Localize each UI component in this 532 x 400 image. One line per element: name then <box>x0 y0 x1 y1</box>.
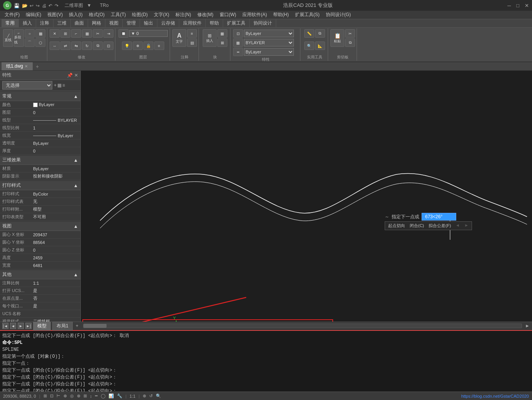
tab-insert[interactable]: 插入 <box>19 19 36 27</box>
tab-help2[interactable]: 帮助 <box>206 19 223 27</box>
add-layout-btn[interactable]: + <box>76 323 78 329</box>
nav-next-btn[interactable]: ► <box>18 323 24 329</box>
utility-more2[interactable]: 📐 <box>315 41 325 50</box>
props-match-btn[interactable]: ⊡ <box>233 29 243 38</box>
snap-option-next[interactable]: ► <box>464 223 469 229</box>
new-tab-btn[interactable]: + <box>33 63 42 70</box>
menu-insert[interactable]: 插入(I) <box>66 11 85 19</box>
tab-apps2[interactable]: 应用软件 <box>179 19 206 27</box>
polyline-btn[interactable]: ⌐ 多段线 <box>14 29 24 47</box>
text-btn[interactable]: A 文字 <box>172 29 186 47</box>
cut-btn[interactable]: ✂ <box>345 29 355 38</box>
color-dropdown[interactable]: ByLayer <box>244 30 294 37</box>
scale-icon[interactable]: ⊕ <box>143 393 146 398</box>
fillet-btn[interactable]: ⌐ <box>71 29 81 38</box>
drawing-tab-main[interactable]: 纸1.dwg ✕ <box>2 62 33 70</box>
tab-close-btn[interactable]: ✕ <box>25 64 28 68</box>
tab-annotation[interactable]: 注释 <box>36 19 53 27</box>
zoom-icon[interactable]: 🔍 <box>156 393 161 398</box>
layer-match-btn[interactable]: ≡ <box>154 41 164 50</box>
menu-help[interactable]: 帮助(H) <box>270 11 292 19</box>
create-block-btn[interactable]: ▦ <box>217 29 227 38</box>
scroll-right-btn[interactable]: ► <box>525 323 530 329</box>
nav-first-btn[interactable]: |◄ <box>2 323 8 329</box>
cursor-input-box[interactable]: 673<26° <box>422 213 456 221</box>
tab-manage[interactable]: 管理 <box>123 19 140 27</box>
section-other[interactable]: 其他 ▲ <box>0 270 80 279</box>
tab-surface[interactable]: 曲面 <box>71 19 88 27</box>
minimize-btn[interactable]: ─ <box>507 3 511 8</box>
line-btn[interactable]: ╱ 直线 <box>3 29 13 47</box>
utility-more1[interactable]: 🔍 <box>304 41 314 50</box>
select-quick-btn[interactable]: ▦ <box>57 83 62 88</box>
rotate-btn[interactable]: ↻ <box>82 41 92 50</box>
mirror-btn[interactable]: ⇆ <box>71 41 81 50</box>
nav-prev-btn[interactable]: ◄ <box>10 323 16 329</box>
copy-clip-btn[interactable]: ⧉ <box>345 38 355 47</box>
match-props-btn[interactable]: ⧉ <box>315 29 325 38</box>
maximize-btn[interactable]: □ <box>516 3 519 8</box>
snap-option-fit[interactable]: 拟合公差(F) <box>429 223 451 229</box>
layer-off-btn[interactable]: 💡 <box>122 41 132 50</box>
menu-tools[interactable]: 工具(T) <box>108 11 129 19</box>
layer-lock-btn[interactable]: 🔓 <box>143 41 153 50</box>
status-grid-icon[interactable]: ⊞ <box>43 393 47 398</box>
menu-dimension[interactable]: 标注(N) <box>172 11 194 19</box>
select-filter-btn[interactable]: ≡ <box>62 83 65 88</box>
orbit-icon[interactable]: ↺ <box>149 393 153 398</box>
circle-btn[interactable]: ○ <box>25 29 35 38</box>
insert-block-btn[interactable]: ⊞ 插入 <box>203 29 217 47</box>
arc-btn[interactable]: ⌒ <box>25 38 35 47</box>
menu-view[interactable]: 视图(V) <box>44 11 66 19</box>
stretch-btn[interactable]: ⇌ <box>60 41 70 50</box>
h-scrollbar[interactable] <box>83 324 522 328</box>
trim-btn[interactable]: ✂ <box>93 29 103 38</box>
lineweight-dropdown[interactable]: ByLayer <box>244 48 294 56</box>
window-controls[interactable]: ─ □ ✕ <box>507 3 529 8</box>
delete-btn[interactable]: ✕ <box>50 29 60 38</box>
layer-freeze-btn[interactable]: ❄ <box>133 41 143 50</box>
draw-more2[interactable]: ⬡ <box>35 38 45 47</box>
tab-common[interactable]: 常用 <box>2 19 19 27</box>
status-snap-icon[interactable]: ⊡ <box>50 393 53 398</box>
tab-cloud[interactable]: 云存储 <box>157 19 179 27</box>
menu-ext-tools[interactable]: 扩展工具(S) <box>292 11 323 19</box>
layout-tab-1[interactable]: 布局1 <box>52 322 73 330</box>
section-print[interactable]: 打印样式 ▲ <box>0 181 80 190</box>
menu-file[interactable]: 文件(F) <box>2 11 23 19</box>
section-view[interactable]: 视图 ▲ <box>0 222 80 231</box>
nav-last-btn[interactable]: ►| <box>25 323 32 329</box>
text-more1[interactable]: ≡ <box>187 29 197 38</box>
section-3d[interactable]: 三维效果 ▲ <box>0 156 80 165</box>
menu-collab[interactable]: 协同设计(G) <box>323 11 354 19</box>
status-dyn-icon[interactable]: ↕ <box>90 394 92 398</box>
status-tp-icon[interactable]: ◯ <box>101 393 105 398</box>
status-polar-icon[interactable]: ⊕ <box>63 393 67 398</box>
snap-option-close[interactable]: 闭合(C) <box>410 223 424 229</box>
measure-btn[interactable]: 📏 <box>304 29 314 38</box>
menu-format[interactable]: 格式(O) <box>86 11 108 19</box>
status-otrack-icon[interactable]: ⊗ <box>77 393 80 398</box>
menu-apps[interactable]: 应用软件(A) <box>239 11 270 19</box>
status-osnap-icon[interactable]: ◎ <box>70 393 74 398</box>
scale-btn[interactable]: ⊡ <box>103 41 113 50</box>
menu-draw[interactable]: 绘图(D) <box>129 11 151 19</box>
tab-exttools2[interactable]: 扩展工具 <box>223 19 250 27</box>
tab-view[interactable]: 视图 <box>105 19 123 27</box>
move-btn[interactable]: ↔ <box>50 41 60 50</box>
linetype-dropdown[interactable]: BYLAYER <box>244 39 294 46</box>
layout-tab-model[interactable]: 模型 <box>33 322 51 330</box>
status-ucs-icon[interactable]: ⊞ <box>83 393 87 398</box>
copy-btn[interactable]: ⧉ <box>93 41 103 50</box>
status-lw-icon[interactable]: ━ <box>95 393 98 398</box>
qr-btn[interactable]: ⊠ <box>217 38 227 47</box>
tab-3d[interactable]: 三维 <box>53 19 71 27</box>
menu-edit[interactable]: 编辑(E) <box>23 11 44 19</box>
extend-btn[interactable]: ⇥ <box>103 29 113 38</box>
tab-mesh[interactable]: 网格 <box>88 19 105 27</box>
text-more2[interactable]: ▤ <box>187 38 197 47</box>
snap-option-start[interactable]: 起点切向 <box>388 223 405 229</box>
snap-option-prev[interactable]: ◄ <box>455 223 460 229</box>
h-scrollbar-thumb[interactable] <box>83 324 107 328</box>
status-sc-icon[interactable]: 🔧 <box>117 393 122 398</box>
